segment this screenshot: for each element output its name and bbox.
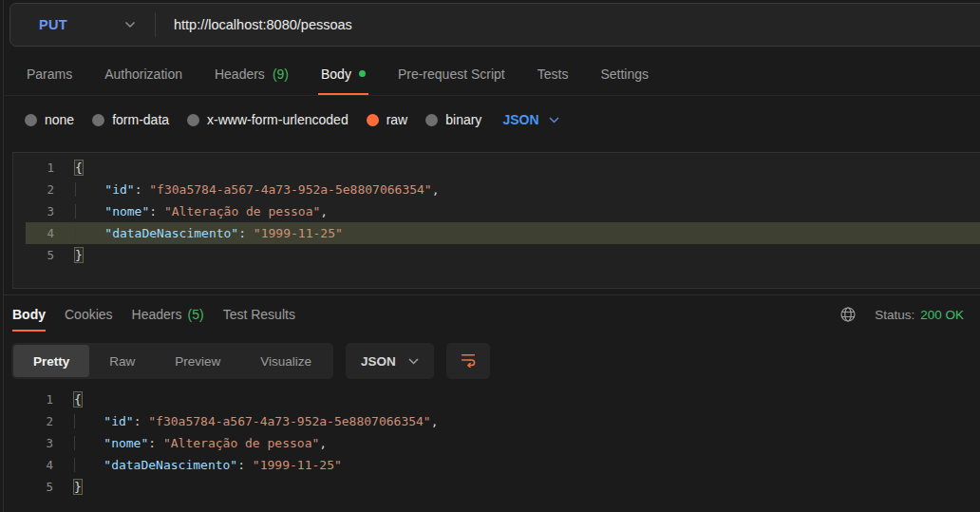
code-text: "dataDeNascimento": "1999-11-25" (53, 454, 342, 476)
radio-button-icon (92, 114, 104, 126)
response-tabs: Body Cookies Headers (5) Test Results St… (4, 295, 980, 333)
code-line[interactable]: 5} (26, 244, 980, 266)
view-tab-visualize[interactable]: Visualize (240, 345, 331, 377)
method-label: PUT (39, 17, 67, 32)
code-text: { (54, 157, 83, 179)
line-number: 4 (25, 454, 53, 476)
radio-button-icon (425, 114, 438, 126)
tab-body[interactable]: Body (321, 52, 366, 95)
response-language-selector[interactable]: JSON (346, 343, 434, 379)
radio-button-icon (25, 114, 37, 126)
tab-response-cookies[interactable]: Cookies (65, 295, 113, 333)
line-number: 5 (26, 244, 54, 266)
body-type-row: none form-data x-www-form-urlencoded raw… (4, 99, 980, 141)
status-value: 200 OK (920, 308, 964, 322)
tab-tests[interactable]: Tests (537, 52, 569, 95)
code-line[interactable]: 2 "id": "f30a5784-a567-4a73-952a-5e88070… (26, 179, 980, 200)
request-url-bar: PUT http://localhost:8080/pessoas (9, 3, 980, 47)
tab-response-headers[interactable]: Headers (5) (132, 295, 204, 333)
code-text: "nome": "Alteração de pessoa", (53, 432, 327, 454)
code-line[interactable]: 1{ (25, 389, 980, 410)
url-bar-separator (155, 12, 156, 37)
tab-pre-request-script[interactable]: Pre-request Script (398, 52, 505, 95)
tab-test-results[interactable]: Test Results (223, 295, 295, 333)
code-text: { (53, 389, 82, 410)
code-line[interactable]: 3 "nome": "Alteração de pessoa", (26, 200, 980, 222)
response-meta: Status: 200 OK (839, 306, 964, 323)
line-number: 4 (26, 222, 54, 244)
url-input[interactable]: http://localhost:8080/pessoas (174, 17, 352, 32)
tab-authorization[interactable]: Authorization (104, 52, 182, 95)
line-number: 1 (25, 389, 53, 410)
chevron-down-icon (549, 117, 559, 123)
response-view-switcher: Pretty Raw Preview Visualize (11, 343, 333, 379)
body-type-option-urlencoded[interactable]: x-www-form-urlencoded (187, 112, 349, 127)
code-line[interactable]: 5} (25, 476, 980, 498)
globe-icon (839, 306, 857, 323)
status-badge: Status: 200 OK (875, 308, 964, 322)
code-text: } (54, 244, 83, 266)
line-number: 3 (25, 432, 53, 454)
tab-settings[interactable]: Settings (600, 52, 649, 95)
request-tabs: Params Authorization Headers (9) Body Pr… (4, 52, 980, 96)
tab-headers[interactable]: Headers (9) (215, 52, 289, 95)
radio-button-selected-icon (367, 114, 379, 126)
code-line[interactable]: 4 "dataDeNascimento": "1999-11-25" (25, 454, 980, 476)
code-text: "id": "f30a5784-a567-4a73-952a-5e8807066… (53, 410, 439, 432)
line-number: 2 (25, 410, 53, 432)
line-number: 3 (26, 200, 54, 222)
view-tab-pretty[interactable]: Pretty (13, 345, 89, 377)
body-modified-dot-icon (359, 70, 366, 77)
code-line[interactable]: 2 "id": "f30a5784-a567-4a73-952a-5e88070… (25, 410, 980, 432)
chevron-down-icon (124, 21, 136, 28)
code-text: "id": "f30a5784-a567-4a73-952a-5e8807066… (54, 179, 440, 200)
line-number: 5 (25, 476, 53, 498)
view-tab-preview[interactable]: Preview (155, 345, 240, 377)
code-line[interactable]: 3 "nome": "Alteração de pessoa", (25, 432, 980, 454)
radio-button-icon (187, 114, 199, 126)
code-line[interactable]: 1{ (26, 157, 980, 179)
body-type-option-none[interactable]: none (25, 112, 74, 127)
response-toolbar: Pretty Raw Preview Visualize JSON (11, 343, 490, 379)
body-type-option-raw[interactable]: raw (367, 112, 408, 127)
response-body-editor[interactable]: 1{2 "id": "f30a5784-a567-4a73-952a-5e880… (12, 389, 980, 508)
wrap-text-button[interactable] (446, 343, 490, 379)
code-text: } (53, 476, 82, 498)
code-text: "nome": "Alteração de pessoa", (54, 200, 328, 222)
status-label: Status: (875, 308, 914, 322)
response-headers-count-badge: (5) (188, 307, 204, 322)
tab-params[interactable]: Params (27, 52, 72, 95)
code-text: "dataDeNascimento": "1999-11-25" (54, 222, 343, 244)
request-body-editor[interactable]: 1{2 "id": "f30a5784-a567-4a73-952a-5e880… (12, 152, 980, 289)
chevron-down-icon (408, 358, 419, 365)
request-language-selector[interactable]: JSON (502, 112, 558, 127)
tab-response-body[interactable]: Body (12, 295, 46, 333)
method-selector[interactable]: PUT (10, 4, 155, 46)
code-line[interactable]: 4 "dataDeNascimento": "1999-11-25" (26, 222, 980, 244)
view-tab-raw[interactable]: Raw (89, 345, 155, 377)
headers-count-badge: (9) (273, 66, 289, 82)
body-type-option-form-data[interactable]: form-data (92, 112, 169, 127)
line-number: 1 (26, 157, 54, 179)
wrap-text-icon (460, 351, 477, 371)
body-type-option-binary[interactable]: binary (425, 112, 481, 127)
line-number: 2 (26, 179, 54, 200)
